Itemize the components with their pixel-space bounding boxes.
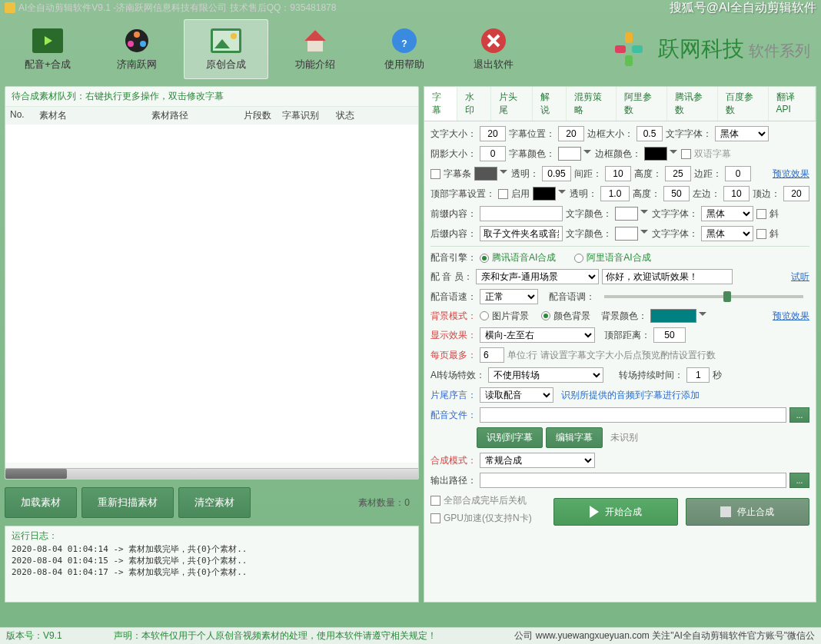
synth-mode-select[interactable]: 常规合成 — [480, 453, 595, 468]
shutdown-checkbox[interactable] — [430, 496, 440, 506]
preview-link-2[interactable]: 预览效果 — [773, 310, 809, 323]
svg-rect-18 — [625, 55, 633, 66]
bilingual-checkbox[interactable] — [681, 149, 691, 159]
home-icon — [300, 27, 331, 55]
stop-synth-button[interactable]: 停止合成 — [686, 498, 810, 526]
topsub-opacity-input[interactable] — [600, 186, 630, 201]
voice-file-input[interactable] — [480, 407, 786, 423]
prefix-input[interactable] — [480, 206, 563, 221]
edit-sub-button[interactable]: 编辑字幕 — [546, 427, 603, 448]
rescan-material-button[interactable]: 重新扫描素材 — [81, 487, 174, 518]
subbar-checkbox[interactable] — [430, 169, 440, 179]
transition-select[interactable]: 不使用转场 — [488, 367, 603, 383]
log-title: 运行日志： — [12, 529, 412, 543]
log-line: 2020-08-04 01:04:14 -> 素材加载完毕，共{0}个素材.. — [12, 544, 412, 556]
suffix-font-select[interactable]: 黑体 — [701, 226, 753, 241]
queue-header: No.素材名素材路径片段数字幕识别状态 — [5, 107, 418, 124]
credit: 搜狐号@AI全自动剪辑软件 — [670, 0, 816, 16]
recognize-button[interactable]: 识别到字幕 — [477, 427, 543, 448]
font-size-input[interactable] — [480, 126, 506, 141]
settings-form: 文字大小： 字幕位置： 边框大小： 文字字体：黑体 阴影大小： 字幕颜色： 边框… — [424, 121, 816, 603]
topsub-height-input[interactable] — [663, 186, 690, 201]
tab-translate[interactable]: 翻译API — [769, 87, 816, 121]
height-input[interactable] — [665, 166, 691, 181]
prefix-color-picker[interactable] — [615, 207, 638, 221]
footer-right: 公司 www.yuewangxueyuan.com 关注"AI全自动剪辑软件官方… — [514, 629, 815, 642]
color-bg-radio[interactable] — [541, 311, 550, 320]
queue-body[interactable] — [5, 124, 418, 463]
subbar-color-picker[interactable] — [474, 167, 497, 181]
topsub-enable-checkbox[interactable] — [498, 189, 508, 199]
voice-tone-slider[interactable] — [604, 295, 803, 298]
img-bg-radio[interactable] — [480, 311, 489, 320]
opacity-input[interactable] — [542, 166, 571, 181]
margin-input[interactable] — [725, 166, 751, 181]
tab-ali[interactable]: 阿里参数 — [617, 87, 667, 121]
version-label: 版本号：V9.1 — [6, 629, 114, 642]
start-synth-button[interactable]: 开始合成 — [553, 498, 678, 526]
tab-mixstrategy[interactable]: 混剪策略 — [567, 87, 617, 121]
tab-baidu[interactable]: 百度参数 — [718, 87, 769, 121]
top-dist-input[interactable] — [653, 327, 686, 343]
wheel-icon — [121, 27, 152, 55]
toolbar-help[interactable]: ?使用帮助 — [362, 19, 447, 79]
toolbar-intro[interactable]: 功能介绍 — [273, 19, 357, 79]
hash-icon — [606, 26, 652, 72]
disclaimer: 声明：本软件仅用于个人原创音视频素材的处理，使用本软件请遵守相关规定！ — [114, 629, 514, 642]
suffix-color-picker[interactable] — [615, 227, 638, 241]
out-path-browse-button[interactable]: ... — [789, 473, 809, 488]
gap-input[interactable] — [605, 166, 631, 181]
clear-material-button[interactable]: 清空素材 — [178, 487, 251, 518]
queue-list[interactable]: No.素材名素材路径片段数字幕识别状态 — [5, 107, 418, 468]
suffix-italic-checkbox[interactable] — [756, 229, 766, 239]
voice-speed-select[interactable]: 正常 — [480, 289, 538, 304]
listen-link[interactable]: 试听 — [791, 271, 809, 284]
tab-narration[interactable]: 解说 — [533, 87, 566, 121]
topsub-left-input[interactable] — [723, 186, 750, 201]
voice-file-browse-button[interactable]: ... — [789, 407, 809, 423]
sample-text-input[interactable] — [602, 269, 733, 284]
sub-color-picker[interactable] — [558, 147, 581, 161]
toolbar-about[interactable]: 济南跃网 — [95, 19, 179, 79]
border-color-picker[interactable] — [644, 147, 667, 161]
titlebar: AI全自动剪辑软件V9.1 -济南跃网信息科技有限公司 技术售后QQ：93548… — [0, 0, 821, 15]
h-scrollbar[interactable] — [5, 468, 418, 479]
shadow-input[interactable] — [480, 146, 506, 161]
ali-radio[interactable] — [574, 254, 583, 263]
out-path-input[interactable] — [480, 473, 786, 488]
log-line: 2020-08-04 01:04:17 -> 素材加载完毕，共{0}个素材.. — [12, 567, 412, 579]
toolbar-exit[interactable]: 退出软件 — [451, 19, 536, 79]
tab-headtail[interactable]: 片头尾 — [491, 87, 533, 121]
tencent-radio[interactable] — [480, 254, 489, 263]
sub-pos-input[interactable] — [558, 126, 584, 141]
material-count: 素材数量：0 — [358, 496, 419, 510]
app-icon — [5, 2, 15, 13]
per-page-input[interactable] — [480, 347, 504, 363]
load-material-button[interactable]: 加载素材 — [5, 487, 77, 518]
prefix-italic-checkbox[interactable] — [756, 209, 766, 219]
tab-tencent[interactable]: 腾讯参数 — [667, 87, 718, 121]
toolbar-original[interactable]: 原创合成 — [184, 19, 268, 79]
preview-link[interactable]: 预览效果 — [773, 168, 809, 181]
toolbar: 配音+合成 济南跃网 原创合成 功能介绍 ?使用帮助 退出软件 跃网科技软件系列 — [0, 15, 821, 83]
voice-actor-select[interactable]: 亲和女声-通用场景 — [476, 269, 599, 284]
border-size-input[interactable] — [637, 126, 663, 141]
suffix-input[interactable] — [480, 226, 563, 241]
close-icon — [478, 27, 509, 55]
toolbar-dub[interactable]: 配音+合成 — [5, 19, 90, 79]
tab-watermark[interactable]: 水印 — [457, 87, 490, 121]
svg-text:?: ? — [401, 38, 407, 49]
help-icon: ? — [389, 27, 420, 55]
tail-prologue-select[interactable]: 读取配音 — [480, 387, 553, 403]
prefix-font-select[interactable]: 黑体 — [701, 206, 753, 221]
svg-point-8 — [231, 33, 237, 39]
topsub-top-input[interactable] — [783, 186, 809, 201]
bg-color-picker[interactable] — [650, 309, 696, 323]
topsub-color-picker[interactable] — [533, 187, 556, 201]
picture-icon — [211, 27, 241, 55]
gpu-checkbox[interactable] — [430, 513, 440, 523]
trans-dur-input[interactable] — [686, 367, 710, 383]
tab-subtitle[interactable]: 字幕 — [424, 87, 457, 121]
display-effect-select[interactable]: 横向-左至右 — [480, 327, 595, 343]
font-face-select[interactable]: 黑体 — [715, 126, 769, 141]
